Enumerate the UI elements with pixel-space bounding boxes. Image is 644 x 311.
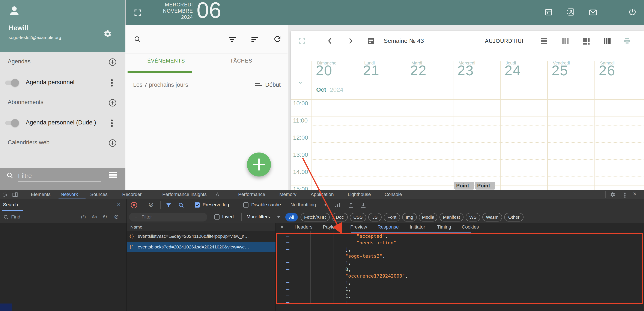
network-filter-field[interactable]: Filter <box>129 213 207 222</box>
event-chip[interactable]: Point <box>475 182 495 190</box>
chip-all[interactable]: All <box>285 213 298 222</box>
tab-taches[interactable]: TÂCHES <box>211 58 271 64</box>
search-icon[interactable] <box>134 35 141 43</box>
tab-sources[interactable]: Sources <box>90 192 108 197</box>
sort-by-label[interactable]: Début <box>265 82 280 88</box>
day-number[interactable]: 26 <box>599 62 615 79</box>
day-number[interactable]: 25 <box>552 62 568 79</box>
export-har-icon[interactable] <box>360 202 366 208</box>
throttling-caret-icon[interactable] <box>324 204 328 206</box>
day-view-icon[interactable] <box>540 37 548 45</box>
rtab-response[interactable]: Response <box>378 224 399 230</box>
preserve-log-label[interactable]: Preserve log <box>202 202 229 208</box>
tab-performance[interactable]: Performance <box>238 192 265 197</box>
inspect-icon[interactable] <box>2 192 8 198</box>
multicolumn-view-icon[interactable] <box>603 37 612 45</box>
datepicker-icon[interactable] <box>366 36 376 45</box>
add-subscription-icon[interactable] <box>108 98 117 107</box>
throttling-select[interactable]: No throttling <box>290 202 316 208</box>
logout-power-icon[interactable] <box>628 8 637 16</box>
print-icon[interactable] <box>623 37 631 45</box>
rtab-payload[interactable]: Payload <box>323 224 340 230</box>
search-panel-title[interactable]: Search <box>3 202 18 208</box>
close-search-icon[interactable]: × <box>117 201 120 208</box>
fold-marker[interactable] <box>286 296 290 296</box>
request-row[interactable]: {} eventslist?asc=1&day=20241106&filterp… <box>126 231 276 242</box>
clear-search-icon[interactable]: ⊘ <box>114 213 119 220</box>
fold-marker[interactable] <box>286 236 290 237</box>
day-number[interactable]: 22 <box>410 62 426 79</box>
collapse-allday-icon[interactable] <box>297 79 304 86</box>
request-row-selected[interactable]: {} eventsblocks?ed=20241026&sd=20241020&… <box>126 242 276 252</box>
list-menu-icon[interactable] <box>109 172 117 178</box>
chip-ws[interactable]: WS <box>466 213 480 222</box>
rtab-preview[interactable]: Preview <box>350 224 367 230</box>
find-input[interactable]: Find <box>11 214 20 220</box>
search-network-icon[interactable] <box>178 202 184 208</box>
chip-other[interactable]: Other <box>504 213 524 222</box>
fold-marker[interactable] <box>286 282 290 283</box>
rtab-initiator[interactable]: Initiator <box>410 224 425 230</box>
chip-img[interactable]: Img <box>402 213 417 222</box>
mail-module-icon[interactable] <box>589 8 597 17</box>
devtools-settings-icon[interactable] <box>610 192 616 198</box>
preserve-log-checkbox[interactable] <box>195 202 200 208</box>
fold-marker[interactable] <box>286 276 290 276</box>
refresh-search-icon[interactable]: ↻ <box>102 213 108 220</box>
fold-marker[interactable] <box>286 269 290 270</box>
more-filters-caret-icon[interactable] <box>277 216 280 218</box>
chip-wasm[interactable]: Wasm <box>482 213 502 222</box>
chip-media[interactable]: Media <box>419 213 437 222</box>
fold-marker[interactable] <box>286 289 290 290</box>
disable-cache-checkbox[interactable] <box>243 202 248 208</box>
device-toolbar-icon[interactable] <box>12 192 18 198</box>
tab-performance-insights[interactable]: Performance insights <box>162 192 207 197</box>
day-number[interactable]: 20 <box>316 62 332 79</box>
disable-cache-label[interactable]: Disable cache <box>251 202 281 208</box>
week-view-icon[interactable] <box>561 37 570 45</box>
import-har-icon[interactable] <box>348 202 354 208</box>
contacts-module-icon[interactable] <box>566 8 575 16</box>
fold-marker[interactable] <box>286 302 290 303</box>
prev-week-icon[interactable] <box>326 37 334 45</box>
fold-marker[interactable] <box>286 249 290 250</box>
match-case-icon[interactable]: Aa <box>92 214 97 219</box>
pane-divider[interactable] <box>126 199 127 311</box>
refresh-icon[interactable] <box>273 34 282 43</box>
day-number[interactable]: 24 <box>504 62 521 79</box>
fold-marker[interactable] <box>286 256 290 256</box>
rtab-timing[interactable]: Timing <box>437 224 451 230</box>
add-web-calendar-icon[interactable] <box>108 139 117 147</box>
network-conditions-icon[interactable] <box>334 202 341 208</box>
tab-lighthouse[interactable]: Lighthouse <box>348 192 371 197</box>
day-number[interactable]: 21 <box>363 62 380 79</box>
invert-label[interactable]: Invert <box>222 214 234 220</box>
toggle-agenda-dude[interactable] <box>5 118 19 127</box>
close-request-icon[interactable]: × <box>280 224 284 231</box>
chip-js[interactable]: JS <box>368 213 382 222</box>
chip-css[interactable]: CSS <box>350 213 366 222</box>
calendar-menu-icon[interactable] <box>111 78 113 88</box>
tab-recorder[interactable]: Recorder <box>122 192 142 197</box>
filter-input[interactable]: Filtre <box>18 172 32 180</box>
calendar-module-icon[interactable] <box>544 8 553 16</box>
name-column-header[interactable]: Name <box>130 225 142 229</box>
calendar-item-label[interactable]: Agenda personnel <box>26 79 74 86</box>
range-label[interactable]: Les 7 prochains jours <box>133 82 188 88</box>
tab-elements[interactable]: Elements <box>31 192 50 197</box>
toggle-agenda-personnel[interactable] <box>5 78 19 87</box>
chip-manifest[interactable]: Manifest <box>440 213 464 222</box>
tab-evenements[interactable]: ÉVÉNEMENTS <box>132 58 200 64</box>
add-agenda-icon[interactable] <box>108 58 117 66</box>
tab-console[interactable]: Console <box>384 192 402 197</box>
devtools-close-icon[interactable]: × <box>633 190 637 198</box>
record-network-icon[interactable] <box>131 202 137 208</box>
fold-marker[interactable] <box>286 262 290 263</box>
more-filters-button[interactable]: More filters <box>246 214 270 220</box>
sort-by-icon[interactable] <box>255 83 262 87</box>
calendar-menu-icon[interactable] <box>111 118 113 128</box>
clear-network-icon[interactable]: ⊘ <box>148 201 154 208</box>
invert-checkbox[interactable] <box>214 214 220 220</box>
pane-divider[interactable] <box>276 223 276 311</box>
rtab-cookies[interactable]: Cookies <box>462 224 479 230</box>
